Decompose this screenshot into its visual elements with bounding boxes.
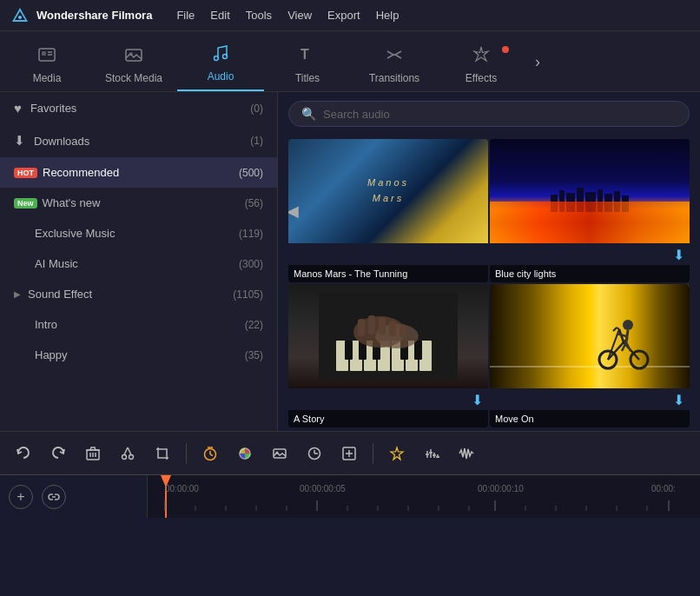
sidebar-item-whats-new[interactable]: New What's new (56) xyxy=(0,188,277,218)
svg-rect-15 xyxy=(566,193,575,212)
ruler-ticks-svg xyxy=(148,500,700,518)
menu-export[interactable]: Export xyxy=(327,9,360,22)
whats-new-count: (56) xyxy=(245,197,263,209)
timer-icon xyxy=(202,446,218,461)
svg-rect-40 xyxy=(389,321,396,336)
a-story-download-icon[interactable]: ⬇ xyxy=(472,392,483,408)
sticker-icon xyxy=(389,446,405,461)
timeline-add-button[interactable]: + xyxy=(9,485,33,509)
menu-tools[interactable]: Tools xyxy=(246,9,272,22)
undo-icon xyxy=(16,446,31,461)
move-on-thumbnail xyxy=(490,284,690,388)
svg-line-64 xyxy=(128,447,131,455)
sidebar-item-downloads[interactable]: ⬇ Downloads (1) xyxy=(0,124,277,157)
svg-rect-13 xyxy=(551,195,558,212)
sound-effect-label: Sound Effect xyxy=(28,288,233,301)
timeline: + 00:00:00 00:00:00:05 00:00:00:10 00:00… xyxy=(0,474,700,518)
redo-icon xyxy=(50,446,66,461)
tab-transitions-label: Transitions xyxy=(369,72,419,84)
app-name: Wondershare Filmora xyxy=(36,9,152,22)
crop-button[interactable] xyxy=(148,439,177,468)
waveform-icon xyxy=(459,446,474,461)
manos-mars-thumbnail: Manos Mars xyxy=(288,139,488,243)
image-button[interactable] xyxy=(265,439,294,468)
intro-label: Intro xyxy=(35,318,245,331)
timer-button[interactable] xyxy=(195,439,225,468)
menu-edit[interactable]: Edit xyxy=(210,9,229,22)
duration-button[interactable] xyxy=(300,439,329,468)
svg-rect-4 xyxy=(42,51,46,56)
svg-point-61 xyxy=(122,454,127,459)
timestamp-0: 00:00:00 xyxy=(165,484,199,493)
tab-media-label: Media xyxy=(33,72,62,84)
sidebar-item-exclusive[interactable]: Exclusive Music (119) xyxy=(0,218,277,248)
tab-titles-label: Titles xyxy=(295,72,320,84)
tab-audio-label: Audio xyxy=(208,70,234,83)
color-button[interactable] xyxy=(230,439,260,468)
media-item-blue-city[interactable]: ⬇ Blue city lights xyxy=(490,139,690,282)
svg-rect-30 xyxy=(345,341,353,360)
favorites-label: Favorites xyxy=(30,102,250,115)
sidebar-item-happy[interactable]: Happy (35) xyxy=(0,340,277,370)
media-grid: ◀ Manos Mars Manos Mars - The Tunning xyxy=(278,136,700,431)
tab-more-button[interactable]: › xyxy=(525,39,551,91)
move-on-label: Move On xyxy=(490,410,690,427)
svg-rect-17 xyxy=(585,192,596,212)
color-icon xyxy=(237,446,253,461)
menu-view[interactable]: View xyxy=(287,9,312,22)
svg-rect-39 xyxy=(379,317,386,334)
media-item-move-on[interactable]: ⬇ Move On xyxy=(490,284,690,427)
menu-help[interactable]: Help xyxy=(376,9,400,22)
sidebar-item-ai-music[interactable]: AI Music (300) xyxy=(0,248,277,279)
piano-svg xyxy=(319,293,458,380)
timestamp-2: 00:00:00:10 xyxy=(478,484,524,493)
nav-tabs: Media Stock Media Audio T Titles xyxy=(0,31,700,92)
media-item-a-story[interactable]: ⬇ A Story xyxy=(288,284,488,427)
svg-rect-16 xyxy=(577,188,584,212)
prev-arrow[interactable]: ◀ xyxy=(288,202,299,221)
svg-point-10 xyxy=(223,55,228,59)
a-story-thumbnail xyxy=(288,284,488,388)
tab-media[interactable]: Media xyxy=(3,39,90,91)
tab-effects[interactable]: Effects xyxy=(438,39,525,91)
tab-titles[interactable]: T Titles xyxy=(264,39,351,91)
timeline-toolbar xyxy=(0,431,700,474)
expand-button[interactable] xyxy=(334,439,364,468)
tab-audio[interactable]: Audio xyxy=(177,39,264,91)
redo-button[interactable] xyxy=(43,439,73,468)
transitions-icon xyxy=(385,45,404,69)
tab-stock-media-label: Stock Media xyxy=(105,72,162,84)
city-svg xyxy=(510,186,670,212)
main-content: ♥ Favorites (0) ⬇ Downloads (1) HOT Reco… xyxy=(0,92,700,431)
search-bar: 🔍 xyxy=(288,101,690,127)
cut-button[interactable] xyxy=(113,439,142,468)
svg-line-67 xyxy=(210,454,213,456)
menu-file[interactable]: File xyxy=(176,9,195,22)
undo-button[interactable] xyxy=(9,439,38,468)
hot-badge: HOT xyxy=(14,168,37,178)
new-badge: New xyxy=(14,198,37,209)
sidebar-item-sound-effect[interactable]: ▶ Sound Effect (1105) xyxy=(0,279,277,309)
waveform-button[interactable] xyxy=(452,439,481,468)
timeline-link-button[interactable] xyxy=(42,485,66,509)
sidebar-item-favorites[interactable]: ♥ Favorites (0) xyxy=(0,92,277,124)
audio-eq-button[interactable] xyxy=(417,439,446,468)
search-icon: 🔍 xyxy=(301,107,316,121)
delete-button[interactable] xyxy=(78,439,108,468)
sidebar-item-intro[interactable]: Intro (22) xyxy=(0,309,277,340)
blue-city-download-icon[interactable]: ⬇ xyxy=(673,247,684,263)
search-input[interactable] xyxy=(323,108,677,121)
whats-new-label: What's new xyxy=(43,196,245,209)
media-icon xyxy=(37,45,56,69)
move-on-download-icon[interactable]: ⬇ xyxy=(673,392,684,408)
cut-icon xyxy=(120,446,135,461)
media-item-manos-mars[interactable]: ◀ Manos Mars Manos Mars - The Tunning xyxy=(288,139,488,282)
tab-transitions[interactable]: Transitions xyxy=(351,39,438,91)
sticker-button[interactable] xyxy=(382,439,412,468)
a-story-label: A Story xyxy=(288,410,488,427)
tab-stock-media[interactable]: Stock Media xyxy=(90,39,177,91)
link-icon xyxy=(48,491,60,503)
svg-rect-14 xyxy=(559,190,565,212)
svg-rect-41 xyxy=(400,324,406,338)
sidebar-item-recommended[interactable]: HOT Recommended (500) xyxy=(0,157,277,188)
